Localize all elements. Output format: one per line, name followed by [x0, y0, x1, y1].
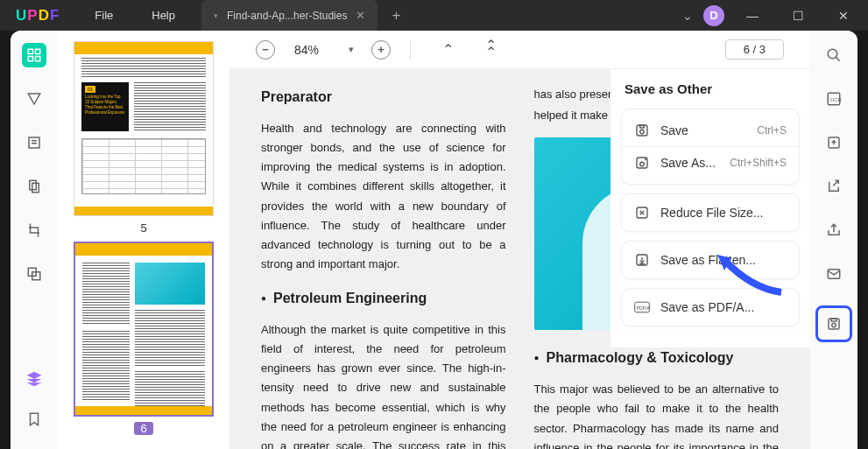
save-as-button[interactable]: Save As... Ctrl+Shift+S	[622, 147, 799, 179]
panel-title: Save as Other	[621, 81, 800, 96]
layers-icon[interactable]	[22, 367, 46, 391]
thumbnail-page-6[interactable]: 6	[74, 242, 214, 435]
save-icon	[634, 123, 650, 138]
zoom-out-button[interactable]: −	[256, 40, 275, 60]
menu-help[interactable]: Help	[132, 9, 194, 22]
view-toolbar: − 84% ▾ + ⌃ ⌃⌃ 6 / 3	[229, 31, 810, 69]
export-icon[interactable]	[822, 174, 846, 199]
compare-tool-icon[interactable]	[22, 262, 46, 286]
save-group: Save Ctrl+S Save As... Ctrl+Shift+S	[621, 109, 800, 185]
save-as-flatten-button[interactable]: Save as Flatten...	[621, 241, 800, 279]
chevron-down-icon[interactable]: ⌄	[682, 9, 693, 23]
svg-rect-0	[28, 49, 32, 53]
svg-point-18	[832, 323, 836, 327]
heading-preparator: Preparator	[261, 85, 506, 109]
save-as-icon	[634, 155, 650, 171]
thumbnail-label: 6	[134, 422, 153, 435]
svg-point-21	[640, 130, 645, 134]
document-tab[interactable]: ▾ Find-and-Ap...her-Studies ✕	[201, 0, 378, 31]
page-up-icon[interactable]: ⌃	[430, 41, 466, 58]
paragraph: Health and technology are connecting wit…	[261, 119, 506, 274]
svg-text:PDF/A: PDF/A	[637, 305, 650, 311]
zoom-value[interactable]: 84%	[282, 43, 331, 57]
svg-point-11	[828, 49, 837, 59]
svg-line-12	[836, 57, 840, 61]
shortcut-label: Ctrl+Shift+S	[730, 157, 787, 169]
share-icon[interactable]	[822, 218, 846, 242]
comment-tool-icon[interactable]	[22, 87, 46, 111]
paragraph: Although the market is quite competitive…	[261, 320, 506, 449]
user-avatar[interactable]: D	[703, 5, 724, 26]
workspace: 03 Looking Into the Top 10 Subject Major…	[11, 31, 857, 449]
flatten-icon	[634, 252, 650, 268]
titlebar: UPDF File Help ▾ Find-and-Ap...her-Studi…	[0, 0, 868, 31]
minimize-button[interactable]: —	[735, 0, 770, 31]
edit-tool-icon[interactable]	[22, 130, 46, 155]
heading-petroleum: Petroleum Engineering	[261, 286, 506, 310]
paragraph: This major was believed to be an alterna…	[534, 380, 780, 449]
save-button[interactable]: Save Ctrl+S	[622, 115, 799, 147]
left-toolbar	[11, 31, 58, 449]
svg-rect-2	[28, 57, 32, 61]
bookmark-icon[interactable]	[22, 407, 46, 431]
menu-file[interactable]: File	[75, 9, 132, 22]
email-icon[interactable]	[822, 262, 846, 286]
reduce-icon	[634, 205, 650, 221]
save-other-icon[interactable]	[815, 305, 852, 342]
new-tab-button[interactable]: +	[378, 7, 414, 25]
app-logo: UPDF	[0, 7, 75, 25]
page-down-icon[interactable]: ⌃⌃	[473, 41, 509, 58]
convert-icon[interactable]	[822, 130, 846, 155]
shortcut-label: Ctrl+S	[757, 124, 787, 137]
svg-rect-19	[831, 319, 836, 321]
thumbnails-tool-icon[interactable]	[22, 43, 46, 67]
crop-tool-icon[interactable]	[22, 218, 46, 242]
heading-pharmacology: Pharmacology & Toxicology	[534, 346, 780, 369]
pdfa-icon: PDF/A	[634, 299, 650, 315]
reduce-file-size-button[interactable]: Reduce File Size...	[621, 193, 800, 232]
svg-rect-1	[36, 49, 40, 53]
thumbnail-page-5[interactable]: 03 Looking Into the Top 10 Subject Major…	[74, 41, 214, 235]
organize-tool-icon[interactable]	[22, 174, 46, 199]
svg-rect-22	[640, 125, 645, 128]
zoom-dropdown-icon[interactable]: ▾	[338, 44, 364, 55]
close-window-button[interactable]: ✕	[826, 0, 861, 31]
tab-title: Find-and-Ap...her-Studies	[227, 10, 347, 22]
svg-rect-3	[36, 57, 40, 61]
svg-text:OCR: OCR	[830, 97, 843, 102]
page-indicator[interactable]: 6 / 3	[725, 39, 784, 60]
thumbnail-label: 5	[74, 221, 214, 235]
thumbnail-panel: 03 Looking Into the Top 10 Subject Major…	[58, 31, 229, 449]
right-toolbar: OCR	[810, 31, 857, 449]
search-icon[interactable]	[822, 43, 846, 67]
svg-point-24	[640, 162, 645, 166]
save-as-other-panel: Save as Other Save Ctrl+S Save As... Ctr…	[610, 69, 810, 347]
ocr-icon[interactable]: OCR	[822, 87, 846, 111]
save-as-pdfa-button[interactable]: PDF/A Save as PDF/A...	[621, 288, 800, 326]
maximize-button[interactable]: ☐	[780, 0, 815, 31]
zoom-in-button[interactable]: +	[371, 40, 391, 60]
close-tab-icon[interactable]: ✕	[356, 9, 365, 22]
